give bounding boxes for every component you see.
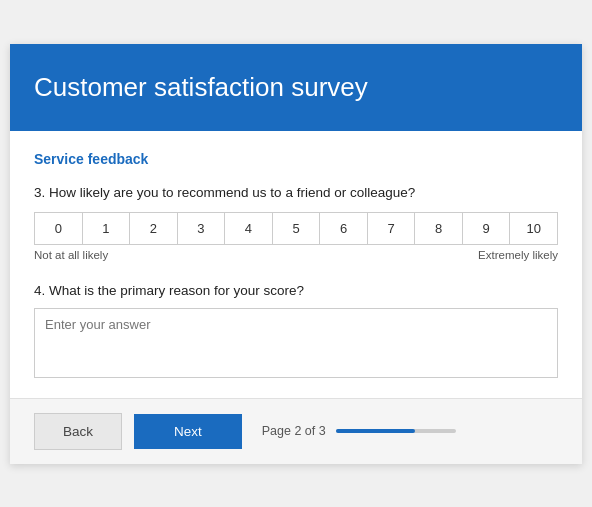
- survey-container: Customer satisfaction survey Service fee…: [10, 44, 582, 464]
- scale-item-5[interactable]: 5: [273, 213, 321, 244]
- scale-item-9[interactable]: 9: [463, 213, 511, 244]
- survey-header: Customer satisfaction survey: [10, 44, 582, 131]
- scale-label-right: Extremely likely: [478, 249, 558, 261]
- scale-item-6[interactable]: 6: [320, 213, 368, 244]
- scale-item-7[interactable]: 7: [368, 213, 416, 244]
- scale-rating: 0 1 2 3 4 5 6 7 8 9 10: [34, 212, 558, 245]
- scale-labels: Not at all likely Extremely likely: [34, 249, 558, 261]
- scale-label-left: Not at all likely: [34, 249, 108, 261]
- answer-textarea[interactable]: [34, 308, 558, 378]
- scale-item-4[interactable]: 4: [225, 213, 273, 244]
- progress-bar-fill: [336, 429, 415, 433]
- scale-item-1[interactable]: 1: [83, 213, 131, 244]
- page-text: Page 2 of 3: [262, 424, 326, 438]
- survey-body: Service feedback 3. How likely are you t…: [10, 131, 582, 398]
- question-3-text: 3. How likely are you to recommend us to…: [34, 185, 558, 200]
- scale-item-10[interactable]: 10: [510, 213, 557, 244]
- page-indicator: Page 2 of 3: [262, 424, 456, 438]
- scale-item-3[interactable]: 3: [178, 213, 226, 244]
- survey-footer: Back Next Page 2 of 3: [10, 398, 582, 464]
- next-button[interactable]: Next: [134, 414, 242, 449]
- scale-item-0[interactable]: 0: [35, 213, 83, 244]
- progress-bar-track: [336, 429, 456, 433]
- back-button[interactable]: Back: [34, 413, 122, 450]
- survey-title: Customer satisfaction survey: [34, 72, 558, 103]
- scale-item-2[interactable]: 2: [130, 213, 178, 244]
- question-4-text: 4. What is the primary reason for your s…: [34, 283, 558, 298]
- scale-item-8[interactable]: 8: [415, 213, 463, 244]
- section-title: Service feedback: [34, 151, 558, 167]
